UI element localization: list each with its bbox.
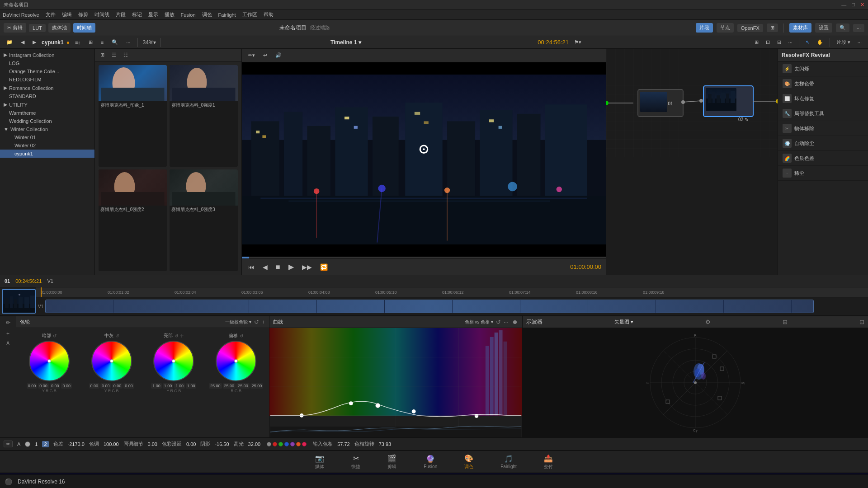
next-frame-btn[interactable]: ▶▶ <box>300 263 314 272</box>
rp-item-objremove[interactable]: ✂ 物体移除 <box>778 121 868 136</box>
play-btn[interactable]: ▶ <box>287 262 296 272</box>
clip-view-btn[interactable]: 片段 <box>696 23 713 33</box>
prev-frame-btn[interactable]: ◀ <box>261 263 269 272</box>
color-pen-tool[interactable]: ✏ <box>4 441 13 447</box>
vs-expand-btn[interactable]: ⊞ <box>783 319 788 325</box>
color-add-btn[interactable]: + <box>5 329 11 338</box>
timeline-btn[interactable]: 时间轴 <box>73 23 95 33</box>
dot-green[interactable] <box>278 442 283 446</box>
sidebar-item-cypunk1[interactable]: cypunk1 <box>0 150 94 158</box>
rp-item-autodust[interactable]: 💨 自动除尘 <box>778 136 868 151</box>
nav-fusion[interactable]: 🔮 Fusion <box>419 453 442 471</box>
menu-fairlight[interactable]: Fairlight <box>218 12 236 18</box>
grid-view-btn[interactable]: ⊞ <box>767 23 778 32</box>
curves-more-btn[interactable]: ··· <box>504 319 509 325</box>
menu-trim[interactable]: 修剪 <box>78 11 88 18</box>
wheel-offset-reset[interactable]: ↺ <box>240 333 243 338</box>
media-item-2[interactable]: 赛博朋克杰料_0强度1 <box>170 65 238 167</box>
view-opt2[interactable]: ⊡ <box>763 38 773 47</box>
search-btn[interactable]: 🔍 <box>109 38 121 46</box>
lut-btn[interactable]: LUT <box>29 24 46 32</box>
media-list-btn[interactable]: ☰ <box>109 51 119 59</box>
nav-deliver[interactable]: 📤 交付 <box>539 452 557 472</box>
menu-davinci[interactable]: DaVinci Resolve <box>3 12 39 18</box>
menu-timeline[interactable]: 时间线 <box>94 11 109 18</box>
dot-orange[interactable] <box>296 442 301 446</box>
media-meta-btn[interactable]: ☷ <box>121 51 131 59</box>
color-pen-btn[interactable]: ✏ <box>5 318 12 327</box>
search-library-btn[interactable]: 🔍 <box>836 23 849 32</box>
media-item-1[interactable]: 赛博朋克杰料_印象_1 <box>99 65 167 167</box>
nav-back-btn[interactable]: ◀ <box>18 38 27 46</box>
preview-scrubber[interactable] <box>242 257 606 258</box>
minimize-btn[interactable]: — <box>841 2 846 8</box>
nav-fairlight[interactable]: 🎵 Fairlight <box>496 453 521 471</box>
dot-pink[interactable] <box>302 442 307 446</box>
draw-tool-btn[interactable]: ✏▾ <box>245 52 258 59</box>
menu-view[interactable]: 显示 <box>148 11 158 18</box>
sort-btn[interactable]: ≡↕ <box>72 39 83 46</box>
menu-workspace[interactable]: 工作区 <box>242 11 257 18</box>
nav-color[interactable]: 🎨 调色 <box>460 452 478 472</box>
media-item-4[interactable]: 赛博朋克杰料_0强度3 <box>170 169 238 271</box>
cursor-tool-btn[interactable]: ↖ <box>803 38 812 47</box>
more2-btn[interactable]: ··· <box>786 38 795 47</box>
dot-blue[interactable] <box>284 442 289 446</box>
library-btn[interactable]: 素材库 <box>789 23 811 33</box>
wheel-offset-circle[interactable] <box>216 341 256 381</box>
sidebar-item-standard[interactable]: STANDARD <box>0 92 94 100</box>
sidebar-item-winter01[interactable]: Winter 01 <box>0 133 94 141</box>
menu-edit[interactable]: 编辑 <box>62 11 72 18</box>
maximize-btn[interactable]: □ <box>852 2 855 8</box>
rp-item-deflicker[interactable]: ⚡ 去闪烁 <box>778 61 868 76</box>
wheel-midtones-reset[interactable]: ↺ <box>115 333 119 338</box>
rp-item-deband[interactable]: 🎨 去梯色带 <box>778 76 868 91</box>
wheel-highlights-circle[interactable] <box>153 341 194 381</box>
wheel-midtones-circle[interactable] <box>91 341 132 381</box>
dot-gray[interactable] <box>267 442 271 446</box>
rp-item-chromaab[interactable]: 🌈 色质色差 <box>778 151 868 166</box>
undo-btn[interactable]: ↩ <box>260 52 270 59</box>
menu-color[interactable]: 调色 <box>202 11 212 18</box>
wheel-shadows-reset[interactable]: ↺ <box>53 333 57 338</box>
media-pool-btn[interactable]: 媒体池 <box>48 23 71 33</box>
audio-btn[interactable]: 🔊 <box>273 52 284 59</box>
menu-file[interactable]: 文件 <box>46 11 56 18</box>
wheel-highlights-reset[interactable]: ↺ <box>175 333 178 338</box>
grid-btn[interactable]: ⊞ <box>86 38 95 46</box>
menu-play[interactable]: 播放 <box>165 11 175 18</box>
rp-item-localreplace[interactable]: 🔧 局部替换工具 <box>778 106 868 121</box>
wheel-shadows-circle[interactable] <box>29 341 70 381</box>
sidebar-item-romance[interactable]: ▶ Romance Collection <box>0 84 94 92</box>
cut-page-btn[interactable]: ✂ 剪辑 <box>4 23 26 33</box>
menu-clip[interactable]: 片段 <box>116 11 126 18</box>
view-opt1[interactable]: ⊞ <box>752 38 761 47</box>
hand-tool-btn[interactable]: ✋ <box>814 38 826 47</box>
go-start-btn[interactable]: ⏮ <box>246 263 256 272</box>
nav-fwd-btn[interactable]: ▶ <box>30 38 39 46</box>
settings-btn[interactable]: 设置 <box>815 23 832 33</box>
cw-more-btn[interactable]: + <box>262 319 265 325</box>
sidebar-item-warmtheme[interactable]: Warmtheme <box>0 109 94 117</box>
media-thumb-btn[interactable]: ⊞ <box>98 51 107 59</box>
cw-reset-btn[interactable]: ↺ <box>254 319 259 325</box>
list-btn[interactable]: ≡ <box>98 39 106 46</box>
openfx-btn[interactable]: OpenFX <box>737 24 763 32</box>
clip-mode-btn[interactable]: 片段 ▾ <box>834 38 853 47</box>
sidebar-item-instagram[interactable]: ▶ Instagram Collection <box>0 51 94 59</box>
stop-btn[interactable]: ■ <box>274 262 282 272</box>
nav-edit[interactable]: 🎬 剪辑 <box>383 452 401 472</box>
nav-cut[interactable]: ✂ 快捷 <box>347 452 365 472</box>
sidebar-item-winter02[interactable]: Winter 02 <box>0 141 94 150</box>
more-toolbar-btn[interactable]: ··· <box>853 24 864 32</box>
timeline-clip[interactable] <box>45 300 814 313</box>
node-view-btn[interactable]: 节点 <box>717 23 734 33</box>
menu-fusion[interactable]: Fusion <box>181 12 196 18</box>
flag-btn[interactable]: ⚑▾ <box>571 38 584 46</box>
view-opt3[interactable]: ⊟ <box>774 38 784 47</box>
sidebar-item-wedding[interactable]: Wedding Collection <box>0 117 94 125</box>
loop-btn[interactable]: 🔁 <box>318 263 330 272</box>
more-btn[interactable]: ··· <box>123 39 133 46</box>
dot-red[interactable] <box>273 442 277 446</box>
sidebar-item-orange[interactable]: Orange Theme Colle... <box>0 67 94 75</box>
